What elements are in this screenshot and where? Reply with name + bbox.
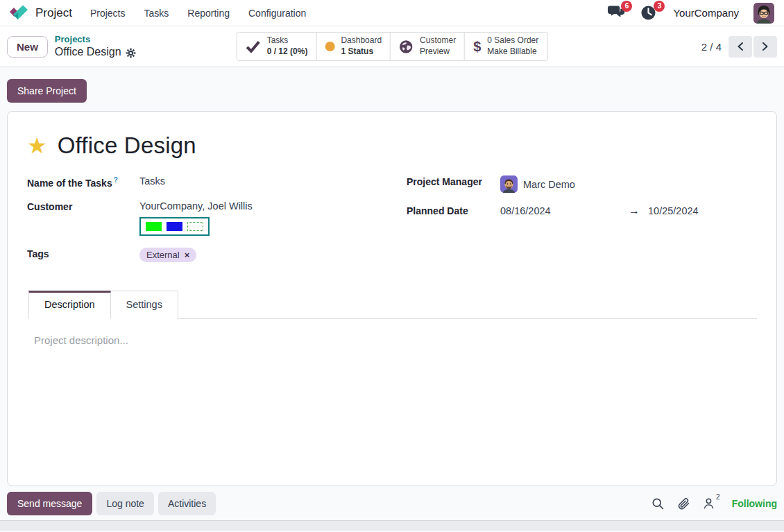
stat-tasks-value: 0 / 12 (0%) [267,46,308,58]
stat-button-dashboard[interactable]: Dashboard 1 Status [316,33,391,60]
main-menu: Projects Tasks Reporting Configuration [90,8,306,19]
messages-badge: 6 [621,1,632,12]
activities-schedule-button[interactable]: Activities [158,492,216,515]
breadcrumb: Projects Office Design [55,34,136,59]
stat-sales-label: 0 Sales Order [487,35,538,46]
planned-date-label: Planned Date [407,205,500,216]
color-swatch-green[interactable] [146,222,162,231]
breadcrumb-projects-link[interactable]: Projects [55,34,136,45]
stat-button-customer-preview[interactable]: Customer Preview [391,33,465,60]
tag-external-label: External [146,250,180,260]
followers-count: 2 [716,493,720,501]
pager-value: 2 / 4 [701,41,722,53]
bottom-strip [0,520,784,531]
gear-icon[interactable] [126,48,136,58]
user-avatar[interactable] [753,3,774,24]
messages-button[interactable]: 6 [608,5,626,22]
project-form-sheet: ★ Office Design Name of the Tasks? Tasks… [7,111,777,486]
search-messages-button[interactable] [651,497,665,510]
globe-icon [399,40,414,54]
nav-right-cluster: 6 3 YourCompany [608,3,774,24]
following-toggle[interactable]: Following [732,498,777,509]
new-button[interactable]: New [7,36,48,58]
favorite-star-icon[interactable]: ★ [27,135,47,157]
pager: 2 / 4 [701,36,777,58]
field-project-manager: Project Manager Marc Demo [407,175,757,193]
pager-previous-button[interactable] [728,36,752,58]
tags-label: Tags [27,248,139,259]
nav-item-projects[interactable]: Projects [90,8,126,19]
customer-color-picker [139,217,210,236]
form-fields: Name of the Tasks? Tasks Customer YourCo… [27,175,757,274]
project-description-input[interactable]: Project description... [34,334,757,346]
share-project-button[interactable]: Share Project [7,79,87,103]
project-title[interactable]: Office Design [58,132,196,159]
stat-button-box: Tasks 0 / 12 (0%) Dashboard 1 Status [237,32,548,60]
activities-button[interactable]: 3 [640,5,658,22]
activities-badge: 3 [654,1,665,12]
followers-button[interactable]: 2 [702,497,720,510]
stat-dashboard-value: 1 Status [341,46,382,58]
stat-button-tasks[interactable]: Tasks 0 / 12 (0%) [237,33,317,60]
nav-item-reporting[interactable]: Reporting [187,8,230,19]
send-message-button[interactable]: Send message [7,492,92,515]
attachments-button[interactable] [676,497,690,510]
tag-remove-icon[interactable]: × [185,250,190,260]
log-note-button[interactable]: Log note [96,492,154,515]
planned-date-end-input[interactable]: 10/25/2024 [648,205,699,216]
field-name-of-tasks: Name of the Tasks? Tasks [27,175,390,189]
action-bar: Share Project [0,67,784,111]
name-of-tasks-label: Name of the Tasks [27,178,112,189]
status-circle-icon [325,42,334,51]
app-brand[interactable]: Project [10,5,72,21]
company-switcher[interactable]: YourCompany [673,7,739,19]
odoo-project-logo-icon [10,5,29,21]
arrow-right-icon: → [629,205,640,217]
manager-avatar [500,175,518,193]
control-panel: New Projects Office Design [0,26,784,67]
field-customer: Customer YourCompany, Joel Willis [27,200,390,236]
color-swatch-blue[interactable] [167,222,182,231]
top-nav: Project Projects Tasks Reporting Configu… [0,0,784,26]
customer-input[interactable]: YourCompany, Joel Willis [139,200,253,212]
stat-sales-value: Make Billable [487,46,538,58]
nav-item-configuration[interactable]: Configuration [248,8,306,19]
app-name: Project [35,6,72,20]
stat-customer-label: Customer [420,35,456,46]
field-tags: Tags External × [27,248,390,262]
breadcrumb-current-label: Office Design [55,45,121,59]
color-swatch-none[interactable] [187,222,203,231]
tab-settings[interactable]: Settings [111,291,178,319]
tag-external[interactable]: External × [139,248,196,262]
nav-item-tasks[interactable]: Tasks [144,8,169,19]
name-of-tasks-input[interactable]: Tasks [139,175,165,187]
stat-customer-value: Preview [420,46,456,58]
tab-description[interactable]: Description [28,291,111,319]
breadcrumb-current: Office Design [55,45,136,59]
notebook-tabs: Description Settings [28,291,757,319]
field-planned-date: Planned Date 08/16/2024 → 10/25/2024 [407,205,757,217]
stat-dashboard-label: Dashboard [341,35,382,46]
project-manager-input[interactable]: Marc Demo [523,179,575,190]
chatter-bar: Send message Log note Activities 2 Follo… [0,486,784,520]
project-manager-label: Project Manager [407,175,500,187]
check-icon [246,40,261,53]
dollar-icon: $ [473,39,481,55]
customer-label: Customer [27,200,139,212]
stat-button-sales-order[interactable]: $ 0 Sales Order Make Billable [465,33,547,60]
stat-tasks-label: Tasks [267,35,308,46]
help-icon[interactable]: ? [114,176,118,184]
planned-date-start-input[interactable]: 08/16/2024 [500,205,629,216]
pager-next-button[interactable] [753,36,777,58]
